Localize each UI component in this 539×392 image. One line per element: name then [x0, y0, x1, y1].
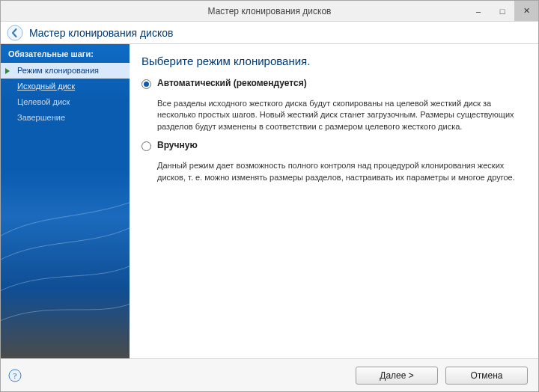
header: Мастер клонирования дисков: [1, 22, 538, 44]
maximize-button[interactable]: □: [490, 1, 514, 21]
footer: ? Далее > Отмена: [1, 358, 538, 391]
window-controls: – □ ✕: [466, 1, 538, 21]
sidebar-heading: Обязательные шаги:: [1, 44, 130, 63]
window-title: Мастер клонирования дисков: [1, 6, 538, 16]
minimize-button[interactable]: –: [466, 1, 490, 21]
header-title: Мастер клонирования дисков: [29, 27, 173, 39]
option-manual[interactable]: Вручную: [141, 140, 525, 151]
help-icon[interactable]: ?: [8, 369, 22, 382]
wizard-window: Мастер клонирования дисков – □ ✕ Мастер …: [0, 0, 539, 392]
option-automatic[interactable]: Автоматический (рекомендуется): [141, 78, 525, 89]
step-label: Целевой диск: [17, 97, 70, 106]
step-label: Режим клонирования: [17, 66, 99, 75]
step-label: Завершение: [17, 113, 65, 122]
sidebar: Обязательные шаги: Режим клонирования Ис…: [1, 44, 130, 358]
step-target-disk[interactable]: Целевой диск: [1, 94, 130, 110]
step-label: Исходный диск: [17, 82, 75, 91]
sidebar-decor: [1, 201, 130, 351]
body: Обязательные шаги: Режим клонирования Ис…: [1, 44, 538, 358]
step-clone-mode[interactable]: Режим клонирования: [1, 63, 130, 79]
main-panel: Выберите режим клонирования. Автоматичес…: [130, 44, 538, 358]
radio-automatic[interactable]: [141, 79, 151, 89]
option-label: Автоматический (рекомендуется): [157, 78, 307, 88]
svg-text:?: ?: [13, 371, 17, 380]
step-source-disk[interactable]: Исходный диск: [1, 79, 130, 94]
back-icon[interactable]: [7, 25, 23, 41]
next-button[interactable]: Далее >: [356, 367, 438, 385]
page-title: Выберите режим клонирования.: [141, 55, 525, 67]
svg-point-0: [7, 25, 22, 40]
step-finish[interactable]: Завершение: [1, 110, 130, 126]
cancel-button[interactable]: Отмена: [445, 367, 528, 385]
titlebar: Мастер клонирования дисков – □ ✕: [1, 1, 538, 22]
radio-manual[interactable]: [141, 141, 151, 151]
option-label: Вручную: [157, 140, 198, 150]
option-desc-manual: Данный режим дает возможность полного ко…: [157, 160, 525, 183]
option-desc-automatic: Все разделы исходного жесткого диска буд…: [157, 98, 525, 132]
close-button[interactable]: ✕: [514, 1, 538, 21]
